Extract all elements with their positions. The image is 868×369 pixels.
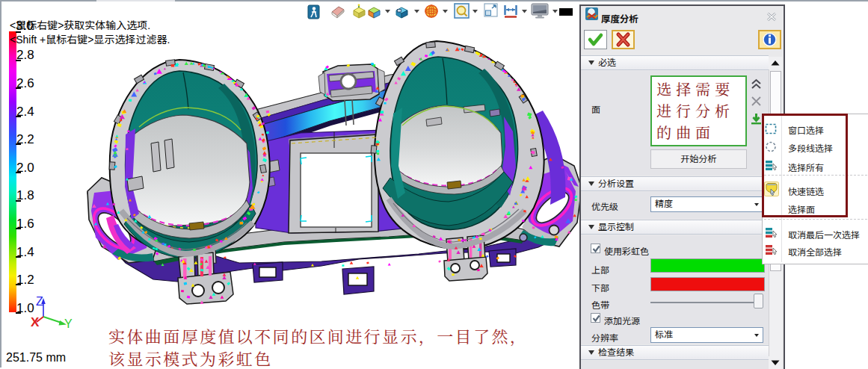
svg-text:Y: Y [64,317,73,330]
svg-text:X: X [31,315,40,329]
svg-text:Z: Z [36,295,43,308]
